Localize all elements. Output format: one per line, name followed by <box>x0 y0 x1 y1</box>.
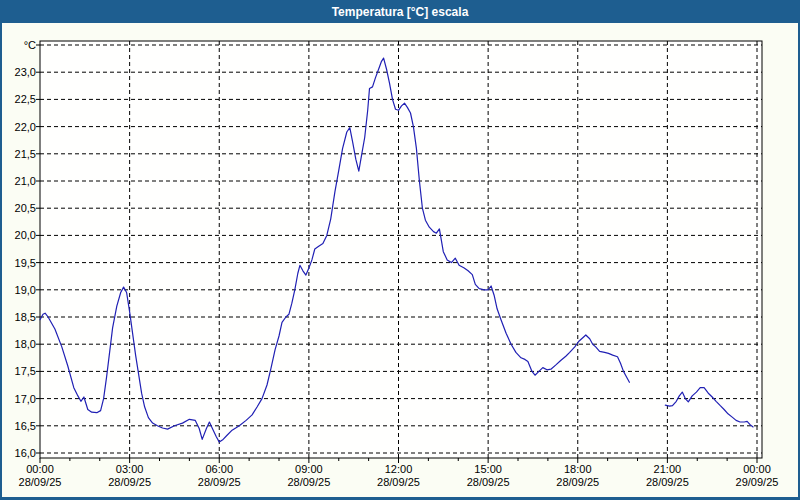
plot-area <box>40 41 762 458</box>
temperature-chart <box>0 0 800 500</box>
app-window: Temperatura [°C] escala °C23,022,522,021… <box>0 0 800 500</box>
